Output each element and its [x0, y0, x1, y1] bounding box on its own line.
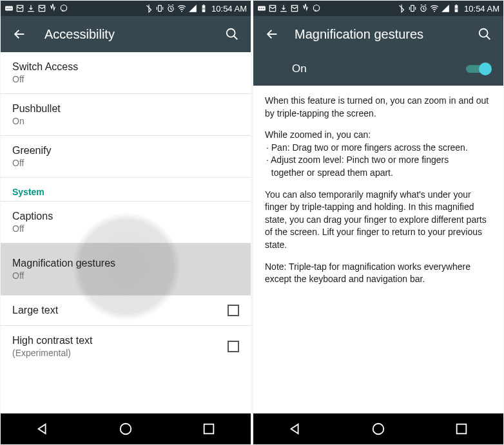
vibrate-icon — [408, 4, 417, 13]
app-bar: Accessibility — [1, 16, 251, 52]
status-time: 10:54 AM — [464, 4, 499, 14]
setting-magnification-gestures[interactable]: Magnification gestures Off — [1, 243, 251, 296]
alarm-icon — [166, 4, 175, 13]
search-button[interactable] — [222, 24, 242, 44]
setting-sub: On — [12, 116, 61, 126]
nav-back-button[interactable] — [17, 416, 68, 442]
help-line: While zoomed in, you can: — [265, 129, 492, 142]
svg-rect-23 — [456, 5, 457, 5]
setting-sub: (Experimental) — [12, 348, 93, 358]
svg-point-16 — [261, 8, 262, 9]
toggle-bar: On — [253, 52, 503, 86]
help-bullet: · Pan: Drag two or more fingers across t… — [265, 142, 492, 155]
mail-icon — [268, 4, 277, 13]
svg-point-3 — [10, 8, 12, 9]
svg-rect-13 — [204, 424, 214, 434]
settings-list[interactable]: Switch Access Off Pushbullet On Greenify… — [1, 52, 251, 413]
nav-home-button[interactable] — [100, 416, 151, 442]
wifi-icon — [177, 4, 186, 13]
nav-home-button[interactable] — [353, 416, 404, 442]
setting-title: Pushbullet — [12, 103, 61, 115]
svg-point-2 — [8, 8, 10, 9]
setting-title: Switch Access — [12, 61, 78, 73]
help-content: When this feature is turned on, you can … — [253, 86, 503, 413]
voicemail-icon — [48, 4, 57, 13]
svg-point-25 — [480, 29, 488, 37]
help-bullet: together or spread them apart. — [265, 167, 492, 180]
setting-title: Large text — [12, 305, 58, 316]
mail-icon-2 — [37, 4, 46, 13]
back-button[interactable] — [10, 24, 29, 44]
nav-bar — [1, 413, 251, 444]
mail-icon-2 — [290, 4, 299, 13]
checkbox-large-text[interactable] — [228, 305, 239, 316]
setting-pushbullet[interactable]: Pushbullet On — [1, 94, 251, 136]
svg-point-4 — [61, 5, 66, 11]
voicemail-icon — [301, 4, 310, 13]
phone-right-magnification: 55 10:54 AM Magnification gestures On Wh… — [253, 1, 503, 444]
nav-bar — [253, 413, 503, 444]
setting-high-contrast[interactable]: High contrast text (Experimental) — [1, 326, 251, 367]
setting-captions[interactable]: Captions Off — [1, 201, 251, 243]
chat-icon — [312, 4, 321, 13]
toggle-switch[interactable] — [466, 62, 492, 75]
svg-point-11 — [227, 29, 235, 37]
setting-title: Captions — [12, 211, 53, 222]
phone-left-accessibility: 55 10:54 AM Accessibility Switch Access … — [1, 1, 251, 444]
setting-large-text[interactable]: Large text — [1, 296, 251, 326]
svg-point-17 — [263, 8, 264, 9]
download-icon — [26, 4, 35, 13]
more-icon — [5, 4, 14, 13]
status-bar: 55 10:54 AM — [253, 1, 503, 16]
vibrate-icon — [155, 4, 164, 13]
svg-rect-5 — [159, 5, 162, 11]
svg-point-18 — [313, 5, 319, 11]
setting-sub: Off — [12, 158, 51, 168]
signal-icon — [188, 4, 197, 13]
setting-switch-access[interactable]: Switch Access Off — [1, 52, 251, 94]
nav-recent-button[interactable] — [183, 416, 235, 442]
svg-point-26 — [373, 424, 384, 435]
nav-recent-button[interactable] — [436, 416, 487, 442]
checkbox-high-contrast[interactable] — [228, 341, 239, 352]
toggle-state-label: On — [292, 62, 307, 75]
setting-sub: Off — [12, 270, 115, 281]
setting-title: Magnification gestures — [12, 258, 115, 269]
more-icon — [257, 4, 266, 13]
status-time: 10:54 AM — [211, 4, 247, 14]
svg-rect-9 — [203, 5, 204, 5]
setting-sub: Off — [12, 74, 78, 84]
mail-icon — [15, 4, 24, 13]
battery-icon: 55 — [199, 4, 208, 13]
app-bar-title: Accessibility — [44, 27, 222, 42]
setting-greenify[interactable]: Greenify Off — [1, 136, 251, 178]
help-paragraph: You can also temporarily magnify what's … — [265, 189, 492, 252]
help-paragraph: When this feature is turned on, you can … — [265, 95, 492, 120]
back-button[interactable] — [262, 24, 282, 44]
help-paragraph: Note: Triple-tap for magnification works… — [265, 261, 492, 286]
setting-sub: Off — [12, 223, 53, 234]
wifi-icon — [430, 4, 439, 13]
signal-icon — [441, 4, 450, 13]
setting-title: High contrast text — [12, 335, 93, 346]
svg-point-15 — [259, 8, 260, 9]
svg-rect-27 — [457, 424, 467, 434]
app-bar-title: Magnification gestures — [295, 27, 475, 42]
app-bar: Magnification gestures — [253, 16, 503, 52]
bluetooth-icon — [144, 4, 153, 13]
help-paragraph: While zoomed in, you can: · Pan: Drag tw… — [265, 129, 492, 179]
search-button[interactable] — [475, 24, 494, 44]
svg-point-7 — [181, 11, 182, 12]
svg-rect-19 — [411, 5, 414, 11]
battery-icon: 55 — [452, 4, 461, 13]
svg-text:55: 55 — [455, 7, 458, 10]
nav-back-button[interactable] — [269, 416, 321, 442]
alarm-icon — [419, 4, 428, 13]
svg-text:55: 55 — [202, 7, 206, 10]
svg-point-21 — [434, 11, 435, 12]
section-header-system: System — [1, 178, 251, 201]
bluetooth-icon — [397, 4, 406, 13]
help-bullet: · Adjust zoom level: Pinch two or more f… — [265, 154, 492, 167]
svg-point-12 — [121, 424, 131, 435]
chat-icon — [59, 4, 68, 13]
